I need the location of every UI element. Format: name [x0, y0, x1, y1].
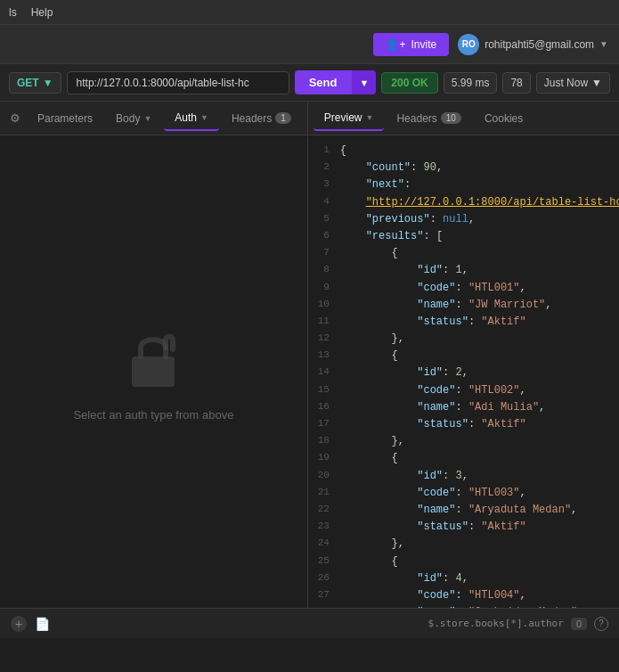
json-token-key: "name" [417, 299, 455, 311]
main-content: ⚙ Parameters Body ▼ Auth ▼ Headers 1 [0, 102, 619, 608]
json-token-punct: : [443, 470, 455, 482]
user-info[interactable]: RO rohitpahti5@gmail.com ▼ [458, 34, 608, 55]
invite-button[interactable]: 👤+ Invite [373, 33, 449, 56]
tab-cookies[interactable]: Cookies [474, 107, 533, 130]
json-token-key: "status" [417, 418, 468, 430]
json-token-key: "next" [366, 178, 404, 191]
send-btn-group: Send ▼ [295, 70, 377, 94]
tab-preview-label: Preview [324, 111, 362, 124]
json-token-punct: : [468, 316, 481, 328]
json-line: 7 { [308, 245, 619, 262]
status-left: + 📄 [11, 616, 50, 632]
json-token-punct: , [545, 299, 551, 311]
menu-item-help[interactable]: Help [31, 6, 53, 19]
tab-body-label: Body [116, 112, 140, 125]
lock-icon [118, 323, 189, 394]
menu-item-ls[interactable]: ls [9, 6, 17, 19]
line-number: 10 [312, 297, 340, 314]
json-line: 16 "name": "Adi Mulia", [308, 399, 619, 416]
file-icon[interactable]: 📄 [34, 616, 50, 632]
json-line: 10 "name": "JW Marriot", [308, 297, 619, 314]
add-icon[interactable]: + [11, 616, 27, 632]
line-content: }, [340, 331, 619, 348]
line-number: 6 [312, 228, 340, 245]
send-dropdown-button[interactable]: ▼ [351, 70, 376, 94]
line-content: { [340, 245, 619, 262]
json-response[interactable]: 1{2 "count": 90,3 "next":4 "http://127.0… [308, 135, 619, 608]
json-token-punct: : [455, 401, 468, 414]
line-content: "id": 1, [340, 262, 619, 279]
json-token-key: "name" [417, 504, 455, 516]
tab-parameters[interactable]: Parameters [27, 107, 103, 130]
json-line: 2 "count": 90, [308, 160, 619, 176]
tab-body[interactable]: Body ▼ [105, 107, 162, 130]
tab-preview[interactable]: Preview ▼ [314, 106, 385, 131]
json-token-indent [340, 572, 417, 585]
json-line: 12 }, [308, 331, 619, 348]
line-number: 22 [312, 502, 340, 519]
json-line: 5 "previous": null, [308, 211, 619, 228]
settings-icon[interactable]: ⚙ [5, 109, 25, 128]
json-token-number: 2 [455, 366, 461, 379]
count-badge: 0 [571, 618, 587, 630]
line-number: 28 [312, 604, 340, 608]
line-number: 23 [312, 519, 340, 536]
tab-headers-label: Headers [232, 112, 272, 125]
json-line: 27 "code": "HTL004", [308, 587, 619, 604]
user-email: rohitpahti5@gmail.com [485, 38, 594, 51]
json-token-string: "Cambridge Medan" [468, 606, 577, 608]
json-token-key: "code" [417, 282, 455, 294]
json-token-bracket: [ [436, 230, 443, 242]
tab-auth[interactable]: Auth ▼ [164, 106, 219, 131]
line-number: 13 [312, 348, 340, 365]
json-token-key: "status" [417, 520, 468, 533]
url-input[interactable] [67, 71, 289, 94]
send-button[interactable]: Send [295, 70, 352, 94]
line-content: "id": 3, [340, 468, 619, 485]
json-line: 19 { [308, 450, 619, 467]
json-token-string: "Aktif" [481, 520, 525, 533]
json-token-punct: , [468, 213, 475, 225]
json-token-punct: , [462, 264, 468, 276]
left-tabs-row: ⚙ Parameters Body ▼ Auth ▼ Headers 1 [0, 102, 307, 135]
json-token-punct: : [455, 504, 468, 516]
json-token-number: 1 [455, 264, 461, 276]
svg-rect-0 [132, 356, 175, 387]
help-icon[interactable]: ? [594, 617, 608, 631]
line-number: 3 [312, 176, 340, 193]
json-token-key: "previous" [366, 213, 430, 225]
tab-headers[interactable]: Headers 1 [221, 107, 302, 130]
json-line: 8 "id": 1, [308, 262, 619, 279]
status-right: $.store.books[*].author 0 ? [428, 617, 608, 631]
auth-hint: Select an auth type from above [73, 408, 233, 422]
json-token-indent [340, 264, 417, 276]
json-line: 9 "code": "HTL001", [308, 280, 619, 297]
json-token-number: 4 [455, 572, 461, 585]
json-token-key: "id" [417, 572, 443, 585]
json-link[interactable]: "http://127.0.0.1:8000/api/table-list-ho… [366, 196, 619, 209]
json-token-bracket: }, [391, 537, 403, 550]
json-token-bracket: { [391, 452, 397, 464]
line-content: { [340, 450, 619, 467]
json-token-string: "Aktif" [481, 316, 525, 328]
json-token-punct: : [455, 282, 468, 294]
json-token-indent [340, 332, 392, 345]
json-token-punct: : [411, 161, 423, 174]
line-content: "status": "Aktif" [340, 416, 619, 433]
tab-response-headers[interactable]: Headers 10 [386, 107, 471, 130]
body-chevron-icon: ▼ [143, 114, 151, 123]
json-token-punct: : [455, 384, 468, 397]
line-number: 27 [312, 587, 340, 604]
json-token-indent [340, 537, 392, 550]
json-token-indent [340, 366, 417, 379]
line-content: "code": "HTL001", [340, 280, 619, 297]
json-token-punct: , [520, 384, 526, 397]
json-token-indent [340, 606, 417, 608]
response-headers-badge: 10 [441, 112, 461, 124]
json-token-number: 3 [455, 470, 461, 482]
json-token-string: "JW Marriot" [468, 299, 545, 311]
method-selector[interactable]: GET ▼ [9, 72, 61, 94]
line-content: "count": 90, [340, 160, 619, 176]
line-content: "id": 2, [340, 365, 619, 381]
json-token-key: "name" [417, 401, 455, 414]
